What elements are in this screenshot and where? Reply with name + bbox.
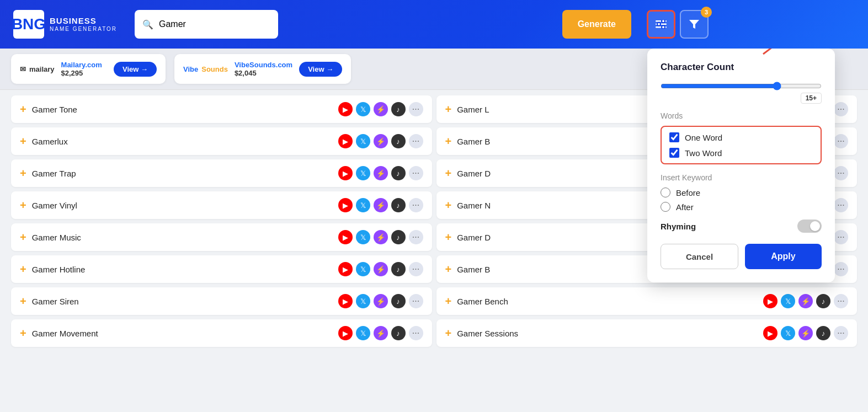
slider-input[interactable] [661,82,822,90]
twitter-icon[interactable]: 𝕏 [356,326,370,340]
before-radio[interactable] [661,188,670,197]
filter-options-button[interactable] [647,10,675,39]
two-word-checkbox[interactable] [669,148,679,158]
twitter-icon[interactable]: 𝕏 [356,198,370,212]
twitch-icon[interactable]: ⚡ [374,134,388,148]
add-icon[interactable]: + [445,103,452,116]
after-radio[interactable] [661,202,670,212]
one-word-label[interactable]: One Word [685,133,722,142]
youtube-icon[interactable]: ▶ [338,134,353,148]
add-icon[interactable]: + [445,199,452,212]
search-input[interactable] [135,10,278,39]
cancel-button[interactable]: Cancel [661,244,738,269]
twitch-icon[interactable]: ⚡ [374,102,388,116]
before-label[interactable]: Before [676,188,700,197]
add-icon[interactable]: + [445,295,452,308]
tiktok-icon[interactable]: ♪ [391,294,406,308]
twitch-icon[interactable]: ⚡ [798,294,813,308]
character-count-slider[interactable]: 15+ [661,82,822,104]
more-icon[interactable]: ··· [409,198,423,212]
more-icon[interactable]: ··· [409,262,423,276]
after-label[interactable]: After [676,202,694,212]
twitch-icon[interactable]: ⚡ [374,198,388,212]
more-icon[interactable]: ··· [409,134,423,148]
twitter-icon[interactable]: 𝕏 [356,262,370,276]
filter-button[interactable]: 3 [680,10,709,39]
more-icon[interactable]: ··· [834,326,848,340]
twitter-icon[interactable]: 𝕏 [356,294,370,308]
add-icon[interactable]: + [445,135,452,148]
add-icon[interactable]: + [20,231,26,244]
more-icon[interactable]: ··· [834,294,848,308]
youtube-icon[interactable]: ▶ [763,294,778,308]
twitter-icon[interactable]: 𝕏 [356,166,370,180]
add-icon[interactable]: + [20,295,26,308]
slider-value: 15+ [801,93,822,104]
add-icon[interactable]: + [445,263,452,276]
one-word-option[interactable]: One Word [669,132,813,142]
twitch-icon[interactable]: ⚡ [374,166,388,180]
add-icon[interactable]: + [20,199,26,212]
twitch-icon[interactable]: ⚡ [374,230,388,244]
youtube-icon[interactable]: ▶ [338,326,353,340]
youtube-icon[interactable]: ▶ [338,166,353,180]
more-icon[interactable]: ··· [409,166,423,180]
add-icon[interactable]: + [445,327,452,340]
search-wrapper: 🔍 [135,10,557,39]
more-icon[interactable]: ··· [834,102,848,116]
more-icon[interactable]: ··· [834,262,848,276]
tiktok-icon[interactable]: ♪ [391,134,406,148]
tiktok-icon[interactable]: ♪ [391,326,406,340]
add-icon[interactable]: + [20,167,26,180]
more-icon[interactable]: ··· [409,326,423,340]
rhyming-toggle[interactable] [797,220,822,233]
twitter-icon[interactable]: 𝕏 [781,294,795,308]
add-icon[interactable]: + [20,327,26,340]
add-icon[interactable]: + [445,231,452,244]
twitch-icon[interactable]: ⚡ [374,326,388,340]
tiktok-icon[interactable]: ♪ [391,230,406,244]
tiktok-icon[interactable]: ♪ [391,102,406,116]
add-icon[interactable]: + [20,103,26,116]
after-option[interactable]: After [661,202,822,212]
tiktok-icon[interactable]: ♪ [816,294,830,308]
more-icon[interactable]: ··· [834,134,848,148]
twitter-icon[interactable]: 𝕏 [356,230,370,244]
add-icon[interactable]: + [20,263,26,276]
apply-button[interactable]: Apply [745,244,822,269]
twitch-icon[interactable]: ⚡ [798,326,813,340]
twitter-icon[interactable]: 𝕏 [781,326,795,340]
tiktok-icon[interactable]: ♪ [816,326,830,340]
twitter-icon[interactable]: 𝕏 [356,102,370,116]
youtube-icon[interactable]: ▶ [338,198,353,212]
name-label: Gamerlux [32,137,333,146]
vibesounds-view-button[interactable]: View → [299,62,342,77]
more-icon[interactable]: ··· [834,230,848,244]
youtube-icon[interactable]: ▶ [338,230,353,244]
one-word-checkbox[interactable] [669,132,679,142]
generate-button[interactable]: Generate [562,10,631,39]
youtube-icon[interactable]: ▶ [338,262,353,276]
more-icon[interactable]: ··· [409,230,423,244]
youtube-icon[interactable]: ▶ [338,102,353,116]
youtube-icon[interactable]: ▶ [338,294,353,308]
tiktok-icon[interactable]: ♪ [391,198,406,212]
add-icon[interactable]: + [445,167,452,180]
tiktok-icon[interactable]: ♪ [391,262,406,276]
twitch-icon[interactable]: ⚡ [374,262,388,276]
add-icon[interactable]: + [20,135,26,148]
name-label: Gamer Siren [32,297,333,306]
twitch-icon[interactable]: ⚡ [374,294,388,308]
more-icon[interactable]: ··· [409,294,423,308]
two-word-option[interactable]: Two Word [669,148,813,158]
more-icon[interactable]: ··· [409,102,423,116]
tiktok-icon[interactable]: ♪ [391,166,406,180]
mailary-view-button[interactable]: View → [114,62,157,77]
twitter-icon[interactable]: 𝕏 [356,134,370,148]
more-icon[interactable]: ··· [834,198,848,212]
filter-badge: 3 [701,7,712,18]
before-option[interactable]: Before [661,188,822,197]
more-icon[interactable]: ··· [834,166,848,180]
two-word-label[interactable]: Two Word [685,148,722,158]
youtube-icon[interactable]: ▶ [763,326,778,340]
